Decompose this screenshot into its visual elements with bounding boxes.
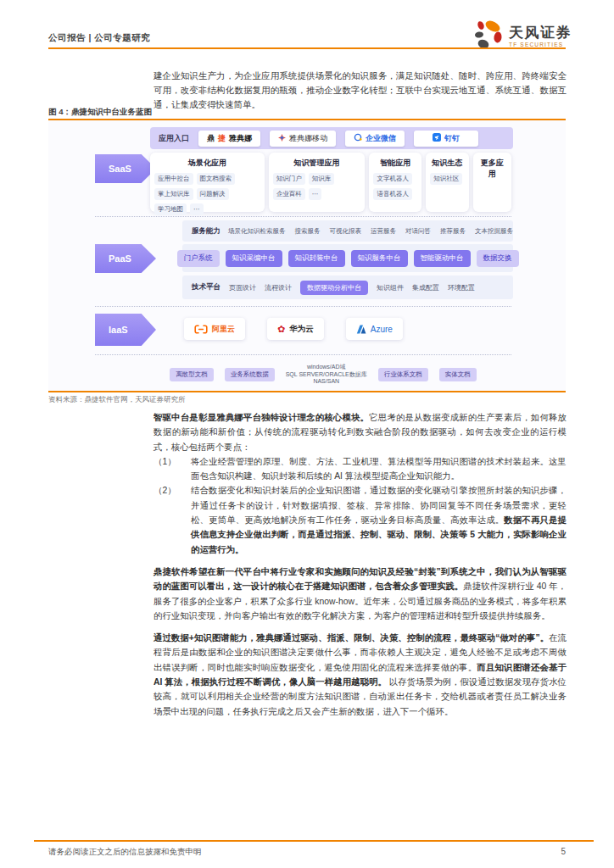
app-chip: 文字机器人	[373, 173, 412, 185]
app-chip: 知识库	[309, 173, 335, 185]
athena-suffix: 雅典娜	[229, 133, 252, 144]
service-capability-row: 服务能力 场景化知识检索服务搜索服务可视化报表运营服务对话问答推荐服务文本挖掘服…	[182, 220, 513, 242]
brand-subtitle: TF SECURITIES	[509, 42, 572, 47]
huawei-cloud-logo: ✿ 华为云	[267, 318, 324, 340]
alibaba-cloud-label: 阿里云	[212, 324, 235, 335]
intro-paragraph: 建企业知识生产力，为企业应用系统提供场景化的知识服务，满足知识随处、随时、跨应用…	[154, 69, 567, 113]
athena-mobile-label: 雅典娜移动	[289, 133, 327, 144]
platform-button: 知识服务中台	[351, 250, 408, 267]
page-number: 5	[543, 847, 566, 856]
platform-button: 知识封装中台	[288, 250, 345, 267]
paas-platforms-row: 门户系统知识采编中台知识封装中台知识服务中台智能驱动中台数据交换	[182, 244, 513, 272]
athena-app-button: 鼎捷雅典娜	[198, 131, 260, 147]
iaas-providers-row: 阿里云 ✿ 华为云 Azure	[184, 315, 464, 342]
app-chip: 问题解决	[197, 188, 229, 200]
chip-list: 知识门户知识库企业百科⋯	[273, 173, 361, 200]
infra-line: windows/AD域	[286, 364, 367, 371]
athena-highlight-char: 捷	[218, 133, 226, 144]
app-chip: 企业百科	[273, 188, 305, 200]
dingtalk-icon	[433, 133, 441, 143]
infra-line: SQL SERVER/ORACLE数据库	[286, 371, 367, 379]
paragraph: 通过数据+知识图谱能力，雅典娜通过驱动、指派、限制、决策、控制的流程，最终驱动“…	[154, 631, 567, 719]
wecom-button: 企业微信	[345, 131, 405, 147]
tech-item: 环境配置	[448, 283, 475, 292]
app-chip: 知识社区	[430, 173, 462, 185]
wecom-label: 企业微信	[366, 133, 396, 144]
entry-label: 应用入口	[159, 133, 189, 144]
business-blueprint-diagram: 应用入口 鼎捷雅典娜 雅典娜移动 企业微信 钉钉	[48, 120, 566, 391]
platform-button: 门户系统	[177, 250, 220, 267]
paas-layer-arrow: PaaS	[95, 244, 156, 273]
card-title: 智能应用	[373, 158, 417, 169]
app-chip: 语音机器人	[373, 188, 412, 200]
card-more-apps: 更多应用	[473, 153, 512, 212]
tech-items: 页面设计流程设计数据驱动分析中台知识组件集成配置环境配置	[229, 281, 475, 295]
tech-item: 页面设计	[229, 283, 256, 292]
capability-items: 场景化知识检索服务搜索服务可视化报表运营服务对话问答推荐服务文本挖掘服务	[228, 227, 513, 236]
athena-mobile-icon	[278, 134, 286, 143]
card-title: 知识管理应用	[273, 158, 361, 169]
card-intelligent-apps: 智能应用 文字机器人语音机器人	[369, 153, 421, 212]
capability-item: 场景化知识检索服务	[228, 227, 286, 236]
report-type-breadcrumb: 公司报告 | 公司专题研究	[48, 32, 150, 44]
athena-prefix: 鼎	[207, 133, 215, 144]
body-text: 智驱中台是彰显雅典娜平台独特设计理念的核心模块。它思考的是从数据变成新的生产要素…	[154, 410, 567, 719]
infra-chips-left: 离散型文档业务系统数据	[170, 368, 275, 381]
tech-label: 技术平台	[192, 282, 220, 292]
infra-chip: 实体文档	[439, 368, 477, 381]
app-chip: 学习地图	[154, 203, 187, 215]
infra-chip: 业务系统数据	[225, 368, 275, 381]
infra-chip: 离散型文档	[170, 368, 214, 381]
athena-mobile-button: 雅典娜移动	[270, 131, 336, 147]
report-page: 公司报告 | 公司专题研究 天风证券 TF SECURITIES 建企业知识生产…	[0, 0, 614, 868]
numbered-item-1: （1） 将企业经营管理的原理、制度、方法、工业机理、算法模型等用知识图谱的技术封…	[154, 454, 567, 484]
card-title: 更多应用	[477, 158, 508, 180]
footer-disclaimer: 请务必阅读正文之后的信息披露和免责申明	[48, 847, 202, 858]
app-entry-bar: 应用入口 鼎捷雅典娜 雅典娜移动 企业微信 钉钉	[150, 127, 513, 149]
dingtalk-label: 钉钉	[444, 133, 460, 144]
platform-button: 知识采编中台	[226, 250, 282, 267]
app-chip: 知识门户	[273, 173, 305, 185]
tech-item: 流程设计	[265, 283, 292, 292]
chip-list: 应用中控台图文档搜索掌上知识库问题解决学习地图⋯	[154, 173, 260, 215]
tech-item: 集成配置	[412, 283, 439, 292]
platform-button: 数据交换	[477, 250, 519, 267]
wecom-icon	[354, 133, 362, 143]
tech-platform-row: 技术平台 页面设计流程设计数据驱动分析中台知识组件集成配置环境配置	[182, 275, 513, 299]
tech-item: 知识组件	[377, 283, 404, 292]
divider-dotted	[95, 306, 511, 307]
capability-item: 文本挖掘服务	[475, 227, 513, 236]
infra-chip: 行业体系文档	[378, 368, 428, 381]
brand-name: 天风证券	[509, 25, 572, 41]
item-marker: （1）	[154, 454, 191, 484]
item-marker: （2）	[154, 483, 191, 556]
capability-item: 推荐服务	[440, 227, 466, 236]
card-knowledge-ecosystem: 知识生态 知识社区	[426, 153, 468, 212]
divider-dotted	[95, 216, 511, 217]
dingtalk-button: 钉钉	[414, 131, 478, 147]
footer-rule	[34, 840, 594, 842]
numbered-item-2: （2） 结合数据变化和知识封装后的企业知识图谱，通过数据的变化驱动引擎按照所封装…	[154, 483, 567, 556]
app-chip: 掌上知识库	[154, 188, 193, 200]
capability-label: 服务能力	[192, 226, 220, 236]
card-knowledge-mgmt-apps: 知识管理应用 知识门户知识库企业百科⋯	[269, 153, 366, 212]
paragraph: 鼎捷软件希望在新一代平台中将行业专家和实施顾问的知识及经验“封装”到系统之中，我…	[154, 565, 567, 623]
header-rule	[48, 47, 566, 49]
alibaba-cloud-logo: 阿里云	[184, 318, 245, 340]
figure-caption: 图 4：鼎捷知识中台业务蓝图	[48, 107, 152, 118]
card-scenario-apps: 场景化应用 应用中控台图文档搜索掌上知识库问题解决学习地图⋯	[150, 153, 265, 212]
tech-item: 数据驱动分析中台	[300, 281, 368, 295]
app-chip: 图文档搜索	[197, 173, 236, 185]
item-text: 将企业经营管理的原理、制度、方法、工业机理、算法模型等用知识图谱的技术封装起来。…	[191, 457, 567, 481]
source-note: 资料来源：鼎捷软件官网，天风证券研究所	[48, 395, 186, 405]
huawei-flower-icon: ✿	[277, 325, 285, 334]
card-title: 知识生态	[430, 158, 464, 169]
data-sources-row: 离散型文档业务系统数据 windows/AD域 SQL SERVER/ORACL…	[152, 361, 494, 388]
infra-chips-right: 行业体系文档实体文档	[378, 368, 477, 381]
huawei-cloud-label: 华为云	[289, 324, 314, 335]
capability-item: 可视化报表	[330, 227, 362, 236]
capability-item: 运营服务	[371, 227, 396, 236]
figure-bottom-rule	[48, 391, 566, 392]
platform-button: 智能驱动中台	[414, 250, 471, 267]
azure-logo: Azure	[346, 318, 403, 340]
